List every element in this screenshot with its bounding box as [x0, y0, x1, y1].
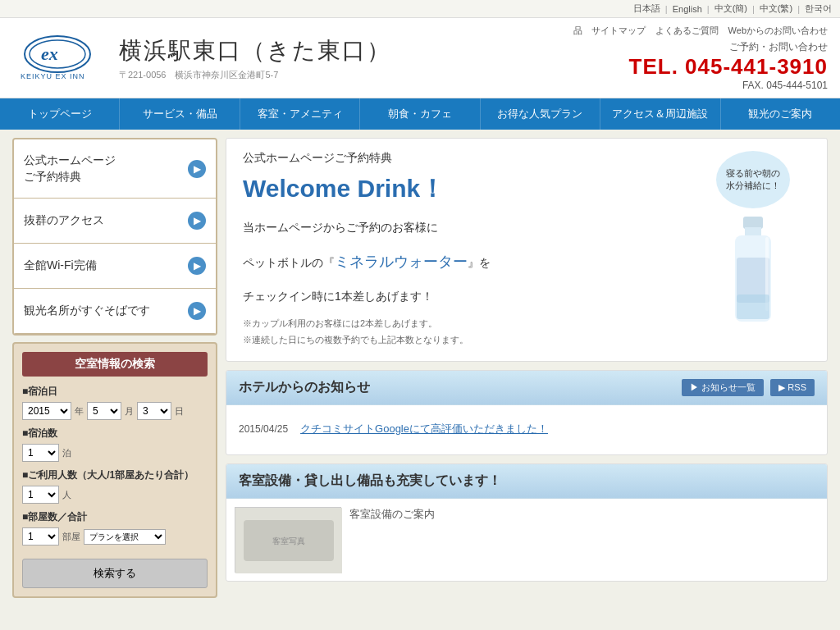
page-header: ex KEIKYU EX INN 横浜駅東口（きた東口） 〒221-0056 横… [0, 18, 840, 98]
hotel-name-area: 横浜駅東口（きた東口） 〒221-0056 横浜市神奈川区金港町5-7 [119, 35, 391, 81]
welcome-desc4: チェックイン時に1本差しあげます！ [243, 285, 696, 308]
nav-plans[interactable]: お得な人気プラン [481, 98, 600, 130]
notice-list-btn[interactable]: ▶ お知らせ一覧 [682, 379, 764, 396]
contact-label: ご予約・お問い合わせ [629, 40, 828, 54]
welcome-note: ※カップル利用のお客様には2本差しあげます。 ※連続した日にちの複数予約でも上記… [243, 316, 696, 349]
search-button[interactable]: 検索する [22, 559, 208, 588]
search-box: 空室情報の検索 ■宿泊日 20152016 年 56 月 34 日 ■宿泊数 [12, 342, 217, 598]
lang-zh-tw[interactable]: 中文(繁) [760, 2, 792, 15]
sidebar-item-reservation[interactable]: 公式ホームページご予約特典 ▶ [14, 139, 216, 199]
nav-breakfast[interactable]: 朝食・カフェ [360, 98, 480, 130]
faq-link[interactable]: よくあるご質問 [655, 25, 719, 37]
notice-buttons: ▶ お知らせ一覧 ▶ RSS [682, 379, 815, 396]
main-content: 公式ホームページご予約特典 ▶ 抜群のアクセス ▶ 全館Wi-Fi完備 ▶ 観光… [0, 130, 840, 606]
facilities-desc: 客室設備のご案内 [349, 507, 435, 573]
nav-top[interactable]: トップページ [0, 98, 120, 130]
sidebar: 公式ホームページご予約特典 ▶ 抜群のアクセス ▶ 全館Wi-Fi完備 ▶ 観光… [12, 138, 217, 598]
rooms-label: ■部屋数／合計 [22, 510, 208, 524]
arrow-icon-1: ▶ [188, 212, 206, 230]
welcome-text-area: 公式ホームページご予約特典 Welcome Drink！ 当ホームページからご予… [243, 151, 696, 349]
lang-ko[interactable]: 한국어 [805, 2, 832, 15]
nav-service[interactable]: サービス・備品 [120, 98, 240, 130]
welcome-title: Welcome Drink！ [243, 172, 696, 206]
sitemap-link[interactable]: 品 サイトマップ [573, 25, 646, 37]
welcome-desc1: 当ホームページからご予約のお客様に [243, 216, 696, 239]
welcome-desc2: ペットボトルの『ミネラルウォーター』を [243, 247, 696, 276]
notice-date-0: 2015/04/25 [239, 423, 288, 435]
day-select[interactable]: 34 [137, 402, 171, 420]
stay-date-label: ■宿泊日 [22, 385, 208, 399]
notice-item-0: 2015/04/25 クチコミサイトGoogleにて高評価いただきました！ [239, 418, 815, 441]
top-bar: 日本語 | English | 中文(簡) | 中文(繁) | 한국어 [0, 0, 840, 18]
sidebar-menu: 公式ホームページご予約特典 ▶ 抜群のアクセス ▶ 全館Wi-Fi完備 ▶ 観光… [12, 138, 217, 336]
notice-title: ホテルからのお知らせ [239, 379, 370, 396]
nights-label: ■宿泊数 [22, 427, 208, 441]
lang-en[interactable]: English [673, 4, 702, 14]
facilities-body: 客室写真 客室設備のご案内 [226, 499, 827, 581]
header-links: 品 サイトマップ よくあるご質問 Webからのお問い合わせ [573, 25, 828, 37]
month-select[interactable]: 56 [87, 402, 121, 420]
notice-header: ホテルからのお知らせ ▶ お知らせ一覧 ▶ RSS [226, 371, 827, 405]
plan-select[interactable]: プランを選択 [84, 529, 166, 545]
notice-link-0[interactable]: クチコミサイトGoogleにて高評価いただきました！ [300, 422, 548, 436]
logo-area: ex KEIKYU EX INN 横浜駅東口（きた東口） 〒221-0056 横… [12, 25, 391, 91]
year-select[interactable]: 20152016 [22, 402, 71, 420]
facilities-section: 客室設備・貸し出し備品も充実しています！ 客室写真 客室設備のご案内 [226, 463, 828, 582]
guests-row: 12 人 [22, 486, 208, 504]
welcome-subtitle: 公式ホームページご予約特典 [243, 151, 696, 166]
header-right: 品 サイトマップ よくあるご質問 Webからのお問い合わせ ご予約・お問い合わせ… [573, 25, 828, 91]
lang-zh-cn[interactable]: 中文(簡) [714, 2, 747, 15]
rooms-select[interactable]: 12 [22, 527, 59, 546]
svg-text:KEIKYU EX INN: KEIKYU EX INN [21, 72, 85, 80]
facilities-title: 客室設備・貸し出し備品も充実しています！ [239, 472, 815, 490]
svg-text:客室写真: 客室写真 [272, 536, 305, 546]
arrow-icon-3: ▶ [188, 302, 206, 320]
svg-text:ex: ex [41, 43, 58, 64]
nav-access[interactable]: アクセス＆周辺施設 [600, 98, 720, 130]
notice-section: ホテルからのお知らせ ▶ お知らせ一覧 ▶ RSS 2015/04/25 クチコ… [226, 370, 828, 455]
rooms-row: 12 部屋 プランを選択 [22, 527, 208, 546]
nav-sightseeing[interactable]: 観光のご案内 [721, 98, 840, 130]
notice-body: 2015/04/25 クチコミサイトGoogleにて高評価いただきました！ [226, 405, 827, 454]
right-content: 公式ホームページご予約特典 Welcome Drink！ 当ホームページからご予… [226, 138, 828, 598]
contact-box: ご予約・お問い合わせ TEL. 045-441-3910 FAX. 045-44… [629, 40, 828, 91]
sidebar-item-access[interactable]: 抜群のアクセス ▶ [14, 199, 216, 244]
nights-row: 12 泊 [22, 444, 208, 462]
stay-date-row: 20152016 年 56 月 34 日 [22, 402, 208, 420]
guests-select[interactable]: 12 [22, 486, 59, 504]
bottle-callout: 寝る前や朝の水分補給に！ [716, 151, 790, 208]
hotel-address: 〒221-0056 横浜市神奈川区金港町5-7 [119, 69, 391, 81]
hotel-name: 横浜駅東口（きた東口） [119, 35, 391, 66]
main-nav: トップページ サービス・備品 客室・アメニティ 朝食・カフェ お得な人気プラン … [0, 98, 840, 130]
arrow-icon-0: ▶ [188, 160, 206, 178]
contact-tel: TEL. 045-441-3910 [629, 54, 828, 80]
facilities-image: 客室写真 [235, 507, 341, 573]
svg-rect-9 [737, 294, 769, 319]
notice-rss-btn[interactable]: ▶ RSS [770, 379, 815, 396]
nights-select[interactable]: 12 [22, 444, 59, 462]
web-contact-link[interactable]: Webからのお問い合わせ [728, 25, 828, 37]
facilities-header: 客室設備・貸し出し備品も充実しています！ [226, 464, 827, 499]
water-bottle-svg [720, 212, 786, 336]
arrow-icon-2: ▶ [188, 257, 206, 275]
logo: ex KEIKYU EX INN [12, 31, 111, 84]
welcome-banner: 公式ホームページご予約特典 Welcome Drink！ 当ホームページからご予… [226, 138, 828, 362]
sidebar-item-sightseeing[interactable]: 観光名所がすぐそばです ▶ [14, 289, 216, 334]
sidebar-item-wifi[interactable]: 全館Wi-Fi完備 ▶ [14, 244, 216, 289]
welcome-image: 寝る前や朝の水分補給に！ [696, 151, 810, 336]
lang-jp[interactable]: 日本語 [633, 2, 660, 15]
guests-label: ■ご利用人数（大人/1部屋あたり合計） [22, 468, 208, 482]
nav-rooms[interactable]: 客室・アメニティ [240, 98, 360, 130]
contact-fax: FAX. 045-444-5101 [629, 80, 828, 91]
svg-rect-4 [743, 217, 763, 229]
search-title: 空室情報の検索 [22, 352, 208, 377]
